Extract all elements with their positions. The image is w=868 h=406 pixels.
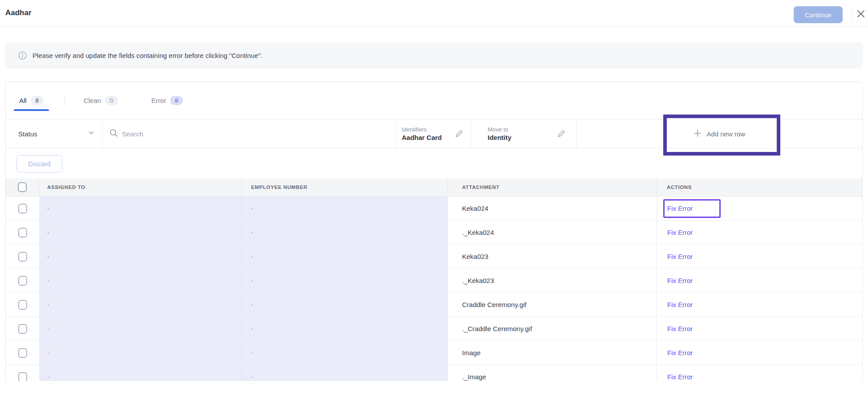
table-row: - - ._Image Fix Error: [6, 365, 862, 381]
status-filter-label: Status: [18, 130, 88, 138]
row-checkbox-cell: [6, 341, 39, 365]
add-new-row-button[interactable]: Add new row: [577, 119, 863, 148]
table-row: - - Craddle Ceremony.gif Fix Error: [6, 293, 862, 317]
table-row: - - ._Craddle Ceremony.gif Fix Error: [6, 317, 862, 341]
search-icon: [110, 129, 118, 139]
select-all-checkbox[interactable]: [18, 182, 27, 192]
page-title: Aadhar: [5, 8, 32, 17]
fix-error-box: Fix Error: [663, 247, 721, 266]
fix-error-box: Fix Error: [663, 271, 721, 290]
row-checkbox[interactable]: [18, 228, 27, 238]
fix-error-link[interactable]: Fix Error: [667, 373, 693, 381]
info-icon: [18, 51, 27, 60]
cell-actions: Fix Error: [657, 269, 862, 293]
table-header-checkbox-cell: [6, 178, 39, 196]
row-checkbox-cell: [6, 365, 39, 381]
cell-attachment: Keka023: [448, 245, 657, 269]
continue-button[interactable]: Continue: [794, 6, 843, 23]
edit-identifiers-pencil-icon[interactable]: [454, 129, 463, 139]
tab-clean-label: Clean: [84, 97, 101, 104]
cell-attachment: ._Keka024: [448, 221, 657, 245]
cell-assigned-to: -: [39, 269, 242, 293]
cell-actions: Fix Error: [657, 245, 862, 269]
move-to-value: Identity: [488, 134, 511, 141]
row-checkbox[interactable]: [18, 324, 27, 334]
cell-employee-number: -: [242, 245, 448, 269]
fix-error-box: Fix Error: [663, 368, 721, 381]
fix-error-link[interactable]: Fix Error: [667, 349, 693, 357]
row-checkbox-cell: [6, 197, 39, 221]
tab-error[interactable]: Error 8: [151, 96, 183, 105]
fix-error-link[interactable]: Fix Error: [667, 229, 693, 236]
cell-assigned-to: -: [39, 293, 242, 317]
cell-assigned-to: -: [39, 317, 242, 341]
status-filter-select[interactable]: Status: [6, 119, 102, 148]
tab-error-label: Error: [151, 97, 166, 104]
row-checkbox[interactable]: [18, 348, 27, 358]
fix-error-link[interactable]: Fix Error: [667, 277, 693, 284]
move-to-label: Move to: [488, 126, 511, 133]
fix-error-link[interactable]: Fix Error: [667, 301, 693, 308]
close-icon[interactable]: [856, 8, 866, 19]
edit-move-to-pencil-icon[interactable]: [556, 129, 566, 139]
column-header-actions: ACTIONS: [657, 178, 862, 196]
table-body: - - Keka024 Fix Error - - ._Keka024 Fix …: [6, 197, 862, 381]
column-header-attachment: ATTACHMENT: [448, 178, 657, 196]
table-row: - - ._Keka024 Fix Error: [6, 221, 862, 245]
cell-actions: Fix Error: [657, 197, 862, 221]
discard-button[interactable]: Discard: [16, 155, 62, 172]
table-row: - - Keka024 Fix Error: [6, 197, 862, 221]
fix-error-link[interactable]: Fix Error: [667, 325, 693, 332]
tabs-bar: All 8 Clean 0 Error 8: [6, 82, 862, 119]
cell-employee-number: -: [242, 197, 448, 221]
cell-attachment: ._Image: [448, 365, 657, 381]
search-box: [102, 119, 395, 148]
cell-attachment: ._Craddle Ceremony.gif: [448, 317, 657, 341]
cell-attachment: Craddle Ceremony.gif: [448, 293, 657, 317]
cell-attachment: Keka024: [448, 197, 657, 221]
tab-all-count-badge: 8: [31, 96, 44, 105]
banner-message: Please verify and update the fields cont…: [32, 52, 263, 59]
row-checkbox-cell: [6, 221, 39, 245]
cell-assigned-to: -: [39, 221, 242, 245]
header-divider: [852, 7, 852, 20]
cell-employee-number: -: [242, 317, 448, 341]
add-new-row-label: Add new row: [706, 130, 745, 138]
cell-actions: Fix Error: [657, 341, 862, 365]
move-to-field[interactable]: Move to Identity: [471, 119, 576, 148]
tab-clean-count-badge: 0: [105, 96, 118, 105]
row-checkbox[interactable]: [18, 252, 27, 262]
row-checkbox[interactable]: [18, 372, 27, 381]
row-checkbox-cell: [6, 293, 39, 317]
cell-attachment: ._Keka023: [448, 269, 657, 293]
fix-error-box: Fix Error: [663, 320, 721, 338]
fix-error-box: Fix Error: [663, 344, 721, 362]
identifiers-value: Aadhar Card: [402, 134, 442, 141]
cell-assigned-to: -: [39, 197, 242, 221]
search-input[interactable]: [122, 130, 395, 138]
records-panel: All 8 Clean 0 Error 8 Status: [5, 82, 863, 381]
cell-assigned-to: -: [39, 245, 242, 269]
fix-error-link[interactable]: Fix Error: [667, 205, 693, 212]
tab-error-count-badge: 8: [170, 96, 183, 105]
table-row: - - ._Keka023 Fix Error: [6, 269, 862, 293]
plus-icon: [694, 129, 702, 139]
filter-toolbar: Status Identifiers Aadhar Card: [6, 119, 862, 148]
table-row: - - Image Fix Error: [6, 341, 862, 365]
fix-error-link[interactable]: Fix Error: [667, 253, 693, 260]
chevron-down-icon: [88, 129, 95, 138]
cell-attachment: Image: [448, 341, 657, 365]
bulk-actions-row: Discard: [6, 148, 862, 178]
row-checkbox[interactable]: [18, 276, 27, 286]
row-checkbox-cell: [6, 269, 39, 293]
row-checkbox-cell: [6, 317, 39, 341]
tab-all[interactable]: All 8: [19, 96, 44, 105]
cell-assigned-to: -: [39, 341, 242, 365]
row-checkbox[interactable]: [18, 204, 27, 213]
tab-clean[interactable]: Clean 0: [84, 96, 118, 105]
table-header-row: ASSIGNED TO EMPLOYEE NUMBER ATTACHMENT A…: [6, 178, 862, 197]
fix-error-box: Fix Error: [663, 223, 721, 242]
cell-actions: Fix Error: [657, 365, 862, 381]
row-checkbox[interactable]: [18, 300, 27, 310]
identifiers-field[interactable]: Identifiers Aadhar Card: [396, 119, 471, 148]
